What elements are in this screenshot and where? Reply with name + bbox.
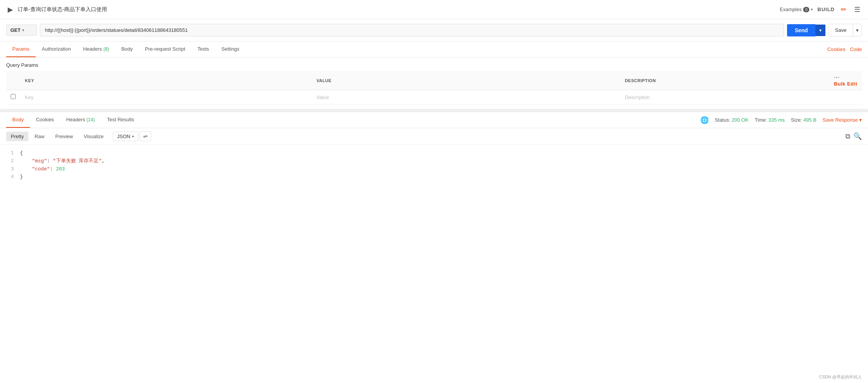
code-link[interactable]: Code [850,46,862,52]
build-button[interactable]: BUILD [817,7,835,12]
copy-button[interactable]: ⧉ [845,132,850,140]
section-divider [0,109,868,112]
key-cell[interactable]: Key [20,90,312,104]
examples-button[interactable]: Examples 0 ▾ [780,7,813,12]
search-button[interactable]: 🔍 [853,132,862,140]
examples-label: Examples [780,7,802,12]
top-bar-right: Examples 0 ▾ BUILD ✏ ☰ [780,4,862,15]
tab-settings[interactable]: Settings [215,41,246,57]
examples-badge: 0 [803,7,809,12]
save-response-button[interactable]: Save Response ▾ [823,117,862,123]
tab-headers[interactable]: Headers (8) [77,41,115,57]
value-cell[interactable]: Value [312,90,620,104]
response-toolbar-left: Pretty Raw Preview Visualize JSON ▾ ⇌ [6,131,151,141]
line-number: 2 [6,157,14,165]
response-tabs: Body Cookies Headers (14) Test Results 🌐… [0,112,868,128]
expand-icon[interactable]: ▶ [6,4,15,15]
row-checkbox[interactable] [11,94,16,99]
response-tab-body[interactable]: Body [6,112,30,128]
request-tabs-right: Cookies Code [827,46,862,52]
table-row: Key Value Description [6,90,862,104]
doc-icon: ☰ [854,6,860,13]
save-dropdown-button[interactable]: ▾ [853,25,861,36]
globe-icon: 🌐 [700,116,709,124]
edit-icon-button[interactable]: ✏ [839,4,848,15]
examples-chevron-icon: ▾ [811,7,813,12]
code-line-4: 4 } [6,173,862,181]
response-tabs-left: Body Cookies Headers (14) Test Results [6,112,140,128]
top-bar-left: ▶ 订单-查询订单状态-商品下单入口使用 [6,4,107,15]
tab-tests[interactable]: Tests [191,41,215,57]
response-section: Body Cookies Headers (14) Test Results 🌐… [0,112,868,221]
response-toolbar-right: ⧉ 🔍 [845,132,862,140]
view-preview-button[interactable]: Preview [51,132,78,141]
response-toolbar: Pretty Raw Preview Visualize JSON ▾ ⇌ ⧉ … [0,128,868,145]
format-select[interactable]: JSON ▾ [113,132,138,141]
tab-prerequest[interactable]: Pre-request Script [139,41,191,57]
row-checkbox-cell [6,90,20,104]
key-col-header: KEY [20,71,312,90]
query-params-title: Query Params [6,62,38,68]
checkbox-col-header [6,71,20,90]
request-tabs-left: Params Authorization Headers (8) Body Pr… [6,41,246,57]
tab-authorization[interactable]: Authorization [36,41,77,57]
line-number: 4 [6,173,14,181]
wrap-button[interactable]: ⇌ [140,131,151,141]
tab-params[interactable]: Params [6,41,36,57]
send-dropdown-button[interactable]: ▾ [815,25,825,36]
method-select[interactable]: GET ▾ [6,25,37,36]
desc-cell[interactable]: Description [620,90,829,104]
url-bar: GET ▾ Send ▾ Save ▾ [0,19,868,41]
more-cell [829,90,862,104]
line-content: } [20,173,23,181]
code-line-1: 1 { [6,149,862,157]
view-visualize-button[interactable]: Visualize [79,132,108,141]
response-body-code: 1 { 2 "msg": "下单失败 库存不足", 3 "code": 203 … [0,145,868,221]
more-col-header: ··· Bulk Edit [829,71,862,90]
wrap-icon: ⇌ [143,133,148,139]
code-line-3: 3 "code": 203 [6,165,862,173]
save-response-chevron-icon: ▾ [859,117,862,123]
status-value: 200 OK [732,117,749,123]
response-tab-cookies[interactable]: Cookies [30,112,60,128]
more-dots-icon[interactable]: ··· [834,74,840,81]
url-input[interactable] [40,24,784,36]
method-label: GET [10,27,21,33]
response-status-bar: 🌐 Status: 200 OK Time: 335 ms Size: 495 … [700,116,862,124]
edit-icon: ✏ [841,6,847,13]
size-label: Size: 495 B [791,117,817,123]
value-col-header: VALUE [312,71,620,90]
response-tab-headers[interactable]: Headers (14) [60,112,101,128]
footer-credit: CSDN @早起的年轻人 [819,375,862,379]
time-label: Time: 335 ms [755,117,785,123]
search-icon: 🔍 [853,132,862,140]
status-label: Status: 200 OK [715,117,749,123]
tab-body[interactable]: Body [115,41,139,57]
bulk-edit-button[interactable]: Bulk Edit [834,81,857,87]
doc-icon-button[interactable]: ☰ [853,4,862,15]
copy-icon: ⧉ [845,132,850,140]
method-chevron-icon: ▾ [22,28,24,32]
request-tabs: Params Authorization Headers (8) Body Pr… [0,41,868,58]
save-button[interactable]: Save [829,24,853,36]
top-bar: ▶ 订单-查询订单状态-商品下单入口使用 Examples 0 ▾ BUILD … [0,0,868,19]
desc-col-header: DESCRIPTION [620,71,829,90]
line-number: 3 [6,165,14,173]
page-title: 订单-查询订单状态-商品下单入口使用 [18,6,107,13]
footer: CSDN @早起的年轻人 [813,371,868,383]
save-button-group: Save ▾ [828,24,862,36]
response-tab-test-results[interactable]: Test Results [101,112,140,128]
params-section: Query Params KEY VALUE DESCRIPTION ··· B… [0,58,868,109]
code-line-2: 2 "msg": "下单失败 库存不足", [6,157,862,165]
view-pretty-button[interactable]: Pretty [6,132,28,141]
view-raw-button[interactable]: Raw [30,132,49,141]
size-value: 495 B [804,117,817,123]
params-table: KEY VALUE DESCRIPTION ··· Bulk Edit Key [6,71,862,104]
line-content: "msg": "下单失败 库存不足", [20,157,105,165]
line-content: "code": 203 [20,165,65,173]
send-button[interactable]: Send [787,24,815,36]
format-chevron-icon: ▾ [132,134,134,139]
cookies-link[interactable]: Cookies [827,46,845,52]
line-content: { [20,149,23,157]
line-number: 1 [6,149,14,157]
